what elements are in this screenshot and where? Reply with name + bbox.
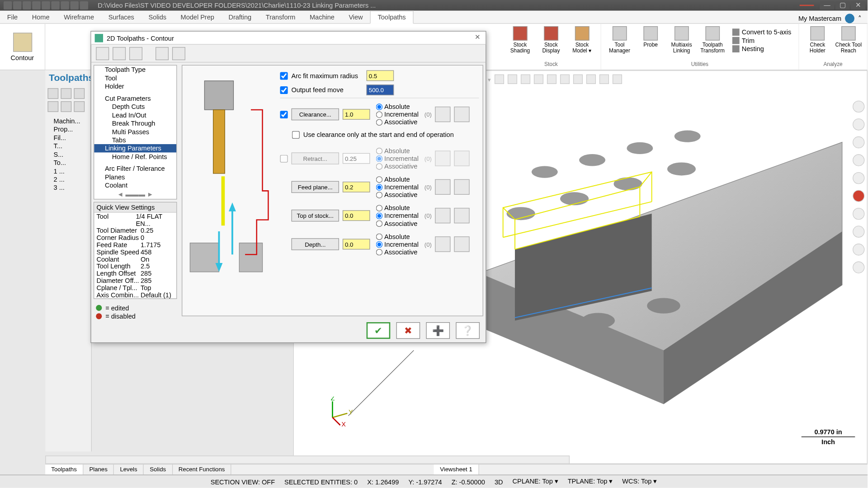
convert-5axis-link[interactable]: Convert to 5-axis xyxy=(732,28,792,36)
tree-cut-params[interactable]: Cut Parameters xyxy=(94,94,176,102)
tab-solids[interactable]: Solids xyxy=(142,11,174,23)
depth-button[interactable]: Depth... xyxy=(292,238,339,250)
vp-side-icon[interactable] xyxy=(853,190,864,202)
status-section-view[interactable]: SECTION VIEW: OFF xyxy=(211,478,275,485)
tree-coolant[interactable]: Coolant xyxy=(94,181,176,189)
tree-lead[interactable]: Lead In/Out xyxy=(94,111,176,119)
vp-side-icon[interactable] xyxy=(853,136,864,148)
tree-tabs[interactable]: Tabs xyxy=(94,136,176,144)
status-cplane[interactable]: CPLANE: Top ▾ xyxy=(513,478,558,485)
user-name[interactable]: My Mastercam xyxy=(798,15,841,22)
ok-button[interactable]: ✔ xyxy=(367,322,391,339)
check-tool-reach-button[interactable]: Check Tool Reach xyxy=(835,26,863,54)
ribbon-collapse-icon[interactable]: ˄ xyxy=(858,14,862,22)
output-feed-input[interactable] xyxy=(367,84,394,95)
retract-checkbox[interactable] xyxy=(280,155,288,162)
clearance-associative-radio[interactable] xyxy=(376,119,382,125)
top-stock-input[interactable] xyxy=(343,210,370,221)
dlg-tb-icon[interactable] xyxy=(172,47,185,60)
multiaxis-linking-button[interactable]: Multiaxis Linking xyxy=(668,26,695,55)
add-button[interactable]: ➕ xyxy=(426,322,450,339)
status-tplane[interactable]: TPLANE: Top ▾ xyxy=(568,478,613,485)
close-button[interactable]: ✕ xyxy=(851,1,865,9)
dialog-titlebar[interactable]: 2D Toolpaths - Contour ✕ xyxy=(91,32,486,45)
depth-incremental-radio[interactable] xyxy=(376,241,382,247)
contour-icon[interactable] xyxy=(13,33,32,52)
clearance-incremental-radio[interactable] xyxy=(376,111,382,117)
parameter-tree[interactable]: Toolpath Type Tool Holder Cut Parameters… xyxy=(94,65,177,200)
toolpath-transform-button[interactable]: Toolpath Transform xyxy=(699,26,726,55)
depth-input[interactable] xyxy=(343,239,370,250)
dlg-tb-icon[interactable] xyxy=(96,47,109,60)
tab-surfaces[interactable]: Surfaces xyxy=(101,11,142,23)
feed-plane-input[interactable] xyxy=(343,182,370,192)
vp-btn-icon[interactable] xyxy=(573,75,582,84)
stock-shading-button[interactable]: Stock Shading xyxy=(506,26,534,54)
retract-button[interactable]: Retract... xyxy=(292,152,339,164)
btab-toolpaths[interactable]: Toolpaths xyxy=(45,465,83,474)
top-incremental-radio[interactable] xyxy=(376,212,382,219)
retract-input[interactable] xyxy=(343,153,370,164)
qat-saveas-icon[interactable] xyxy=(32,1,40,9)
tree-break[interactable]: Break Through xyxy=(94,119,176,127)
check-holder-button[interactable]: Check Holder xyxy=(804,26,831,54)
depth-globe-icon[interactable] xyxy=(454,236,470,252)
vp-side-icon[interactable] xyxy=(853,262,864,273)
vp-btn-icon[interactable] xyxy=(547,75,556,84)
vp-btn-icon[interactable] xyxy=(533,75,543,84)
trim-link[interactable]: Trim xyxy=(732,37,792,44)
dlg-tb-icon[interactable] xyxy=(129,47,142,60)
vp-side-icon[interactable] xyxy=(853,244,864,255)
arc-fit-checkbox[interactable] xyxy=(280,72,288,80)
qat-save-icon[interactable] xyxy=(23,1,31,9)
depth-absolute-radio[interactable] xyxy=(376,233,382,239)
tree-depth-cuts[interactable]: Depth Cuts xyxy=(94,103,176,111)
tree-holder[interactable]: Holder xyxy=(94,82,176,90)
clearance-pick-icon[interactable] xyxy=(435,107,451,122)
tab-wireframe[interactable]: Wireframe xyxy=(57,11,101,23)
vp-btn-icon[interactable] xyxy=(612,75,622,84)
qat-btn2-icon[interactable] xyxy=(61,1,69,9)
status-3d[interactable]: 3D xyxy=(495,478,503,485)
user-avatar-icon[interactable] xyxy=(845,14,854,23)
vp-btn-icon[interactable] xyxy=(507,75,517,84)
cancel-button[interactable]: ✖ xyxy=(396,322,420,339)
tree-planes[interactable]: Planes xyxy=(94,173,176,181)
vp-btn-icon[interactable] xyxy=(586,75,595,84)
feed-absolute-radio[interactable] xyxy=(376,176,382,182)
vp-btn-icon[interactable] xyxy=(599,75,609,84)
vp-side-icon[interactable] xyxy=(853,226,864,238)
probe-button[interactable]: Probe xyxy=(637,26,665,55)
top-stock-button[interactable]: Top of stock... xyxy=(292,210,339,221)
tp-toolbar-icon[interactable] xyxy=(61,88,71,99)
tab-view[interactable]: View xyxy=(342,11,370,23)
tab-machine[interactable]: Machine xyxy=(302,11,341,23)
help-button[interactable]: ❔ xyxy=(456,322,480,339)
viewsheet-tab[interactable]: Viewsheet 1 xyxy=(434,465,479,474)
tp-toolbar-icon[interactable] xyxy=(74,88,85,99)
qat-btn-icon[interactable] xyxy=(51,1,59,9)
arc-fit-input[interactable] xyxy=(367,70,394,81)
feed-incremental-radio[interactable] xyxy=(376,184,382,190)
horizontal-scrollbar[interactable] xyxy=(45,455,570,464)
vp-side-icon[interactable] xyxy=(853,118,864,130)
stock-model-button[interactable]: Stock Model ▾ xyxy=(568,26,596,54)
depth-pick-icon[interactable] xyxy=(435,236,451,252)
tp-toolbar-icon[interactable] xyxy=(74,101,85,112)
minimize-button[interactable]: — xyxy=(820,1,835,9)
qat-undo-icon[interactable] xyxy=(71,1,79,9)
qat-open-icon[interactable] xyxy=(13,1,21,9)
feed-globe-icon[interactable] xyxy=(454,179,470,195)
nesting-link[interactable]: Nesting xyxy=(732,45,792,52)
dialog-close-button[interactable]: ✕ xyxy=(472,33,482,42)
tab-home[interactable]: Home xyxy=(25,11,57,23)
tab-modelprep[interactable]: Model Prep xyxy=(174,11,222,23)
tree-home-ref[interactable]: Home / Ref. Points xyxy=(94,152,176,160)
tab-transform[interactable]: Transform xyxy=(259,11,302,23)
qat-print-icon[interactable] xyxy=(42,1,50,9)
top-absolute-radio[interactable] xyxy=(376,205,382,211)
use-clearance-only-checkbox[interactable] xyxy=(292,131,300,138)
vp-btn-icon[interactable] xyxy=(494,75,504,84)
dlg-tb-icon[interactable] xyxy=(156,47,169,60)
maximize-button[interactable]: ▢ xyxy=(835,1,850,9)
